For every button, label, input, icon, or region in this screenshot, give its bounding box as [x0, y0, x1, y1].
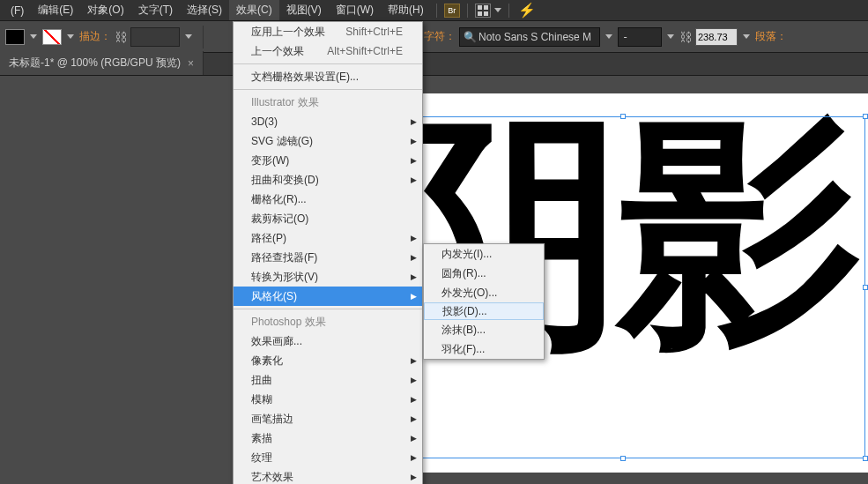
menu-view[interactable]: 视图(V) [279, 0, 329, 20]
submenu-arrow-icon: ▶ [411, 376, 417, 384]
chevron-down-icon[interactable] [185, 34, 192, 39]
menu-item-label: 3D(3) [251, 115, 278, 128]
document-tab[interactable]: 未标题-1* @ 100% (RGB/GPU 预览) × [0, 51, 204, 75]
menu-stylize[interactable]: 风格化(S)▶ [234, 287, 422, 306]
menu-file[interactable]: (F) [4, 2, 31, 19]
menubar: (F) 编辑(E) 对象(O) 文字(T) 选择(S) 效果(C) 视图(V) … [0, 0, 868, 21]
menu-shortcut: Alt+Shift+Ctrl+E [327, 45, 403, 57]
submenu-round-corners[interactable]: 圆角(R)... [424, 264, 544, 283]
menu-item-label: 上一个效果 [251, 44, 304, 59]
link-icon[interactable]: ⛓ [679, 30, 692, 44]
menu-convert-to-shape[interactable]: 转换为形状(V)▶ [234, 267, 422, 287]
submenu-outer-glow[interactable]: 外发光(O)... [424, 283, 544, 302]
menu-svg-filters[interactable]: SVG 滤镜(G)▶ [234, 131, 422, 151]
selection-handle[interactable] [620, 114, 626, 119]
menu-type[interactable]: 文字(T) [131, 0, 180, 20]
menu-effect[interactable]: 效果(C) [229, 0, 279, 20]
svg-rect-0 [478, 5, 482, 10]
menu-item-label: 风格化(S) [251, 289, 297, 304]
document-tabbar: 未标题-1* @ 100% (RGB/GPU 预览) × [0, 53, 868, 76]
menu-item-label: 纹理 [251, 450, 272, 465]
chevron-down-icon[interactable] [67, 34, 74, 39]
menu-blur[interactable]: 模糊▶ [234, 390, 422, 409]
submenu-arrow-icon: ▶ [411, 137, 417, 145]
stroke-label: 描边： [79, 29, 111, 44]
stroke-weight-field[interactable] [130, 27, 180, 47]
submenu-arrow-icon: ▶ [411, 117, 417, 126]
selection-handle[interactable] [620, 456, 626, 461]
menu-doc-raster-settings[interactable]: 文档栅格效果设置(E)... [234, 67, 422, 86]
selection-handle[interactable] [863, 285, 868, 290]
submenu-inner-glow[interactable]: 内发光(I)... [424, 244, 544, 264]
fill-swatch[interactable] [5, 29, 25, 45]
menu-apply-last-effect[interactable]: 应用上一个效果 Shift+Ctrl+E [234, 22, 422, 41]
menubar-separator [508, 4, 509, 18]
menu-shortcut: Shift+Ctrl+E [345, 26, 403, 38]
chevron-down-icon[interactable] [30, 34, 37, 39]
menu-path[interactable]: 路径(P)▶ [234, 228, 422, 248]
menu-texture[interactable]: 纹理▶ [234, 448, 422, 467]
lightning-icon[interactable]: ⚡ [518, 2, 536, 19]
menu-item-label: 路径查找器(F) [251, 250, 317, 265]
link-icon[interactable]: ⛓ [115, 30, 127, 44]
bridge-button[interactable]: Br [444, 4, 460, 18]
tab-close-button[interactable]: × [188, 57, 194, 70]
menu-object[interactable]: 对象(O) [80, 0, 130, 20]
submenu-arrow-icon: ▶ [411, 414, 417, 423]
menu-item-label: 应用上一个效果 [251, 25, 325, 40]
menu-item-label: 像素化 [251, 354, 283, 369]
menu-warp[interactable]: 变形(W)▶ [234, 151, 422, 170]
menu-rasterize[interactable]: 栅格化(R)... [234, 190, 422, 209]
menu-select[interactable]: 选择(S) [180, 0, 229, 20]
svg-rect-1 [484, 5, 488, 10]
font-style-field[interactable]: - [618, 27, 662, 47]
menu-item-label: 路径(P) [251, 231, 286, 246]
menu-help[interactable]: 帮助(H) [381, 0, 431, 20]
chevron-down-icon[interactable] [667, 34, 674, 39]
submenu-feather[interactable]: 羽化(F)... [424, 339, 544, 359]
svg-rect-2 [478, 11, 482, 16]
submenu-arrow-icon: ▶ [411, 253, 417, 262]
menu-brush-strokes[interactable]: 画笔描边▶ [234, 409, 422, 428]
font-family-field[interactable]: 🔍 Noto Sans S Chinese M [459, 27, 600, 47]
submenu-scribble[interactable]: 涂抹(B)... [424, 320, 544, 339]
selection-handle[interactable] [863, 456, 868, 461]
menu-sketch[interactable]: 素描▶ [234, 428, 422, 448]
menu-item-label: 转换为形状(V) [251, 270, 318, 285]
menu-item-label: 画笔描边 [251, 412, 293, 427]
menu-artistic[interactable]: 艺术效果▶ [234, 467, 422, 484]
chevron-down-icon[interactable] [743, 34, 750, 39]
grid-icon [478, 5, 488, 16]
menu-last-effect[interactable]: 上一个效果 Alt+Shift+Ctrl+E [234, 41, 422, 61]
menu-effect-gallery[interactable]: 效果画廊... [234, 331, 422, 351]
menu-3d[interactable]: 3D(3)▶ [234, 112, 422, 131]
menu-window[interactable]: 窗口(W) [329, 0, 381, 20]
document-tab-title: 未标题-1* @ 100% (RGB/GPU 预览) [9, 56, 181, 71]
menu-edit[interactable]: 编辑(E) [31, 0, 80, 20]
arrange-button[interactable] [475, 4, 491, 18]
menu-separator [234, 309, 422, 309]
chevron-down-icon[interactable] [605, 34, 612, 39]
menu-distort[interactable]: 扭曲▶ [234, 370, 422, 390]
submenu-arrow-icon: ▶ [411, 234, 417, 242]
menu-section-header: Photoshop 效果 [234, 312, 422, 331]
menu-item-label: SVG 滤镜(G) [251, 134, 313, 149]
submenu-drop-shadow[interactable]: 投影(D)... [424, 302, 544, 320]
submenu-arrow-icon: ▶ [411, 453, 417, 462]
divider [203, 26, 204, 48]
submenu-arrow-icon: ▶ [411, 434, 417, 443]
search-icon: 🔍 [464, 31, 477, 43]
stylize-submenu: 内发光(I)... 圆角(R)... 外发光(O)... 投影(D)... 涂抹… [423, 243, 545, 360]
selection-handle[interactable] [863, 114, 868, 119]
stroke-swatch[interactable] [42, 29, 62, 45]
submenu-arrow-icon: ▶ [411, 272, 417, 281]
menu-crop-marks[interactable]: 裁剪标记(O) [234, 209, 422, 228]
submenu-arrow-icon: ▶ [411, 473, 417, 481]
chevron-down-icon[interactable] [494, 8, 501, 12]
menu-item-label: 扭曲和变换(D) [251, 173, 319, 188]
menu-pixelate[interactable]: 像素化▶ [234, 351, 422, 370]
character-label: 字符： [424, 29, 456, 44]
menu-distort-transform[interactable]: 扭曲和变换(D)▶ [234, 170, 422, 190]
menu-pathfinder[interactable]: 路径查找器(F)▶ [234, 248, 422, 267]
font-size-field[interactable]: 238.73 [695, 28, 738, 46]
